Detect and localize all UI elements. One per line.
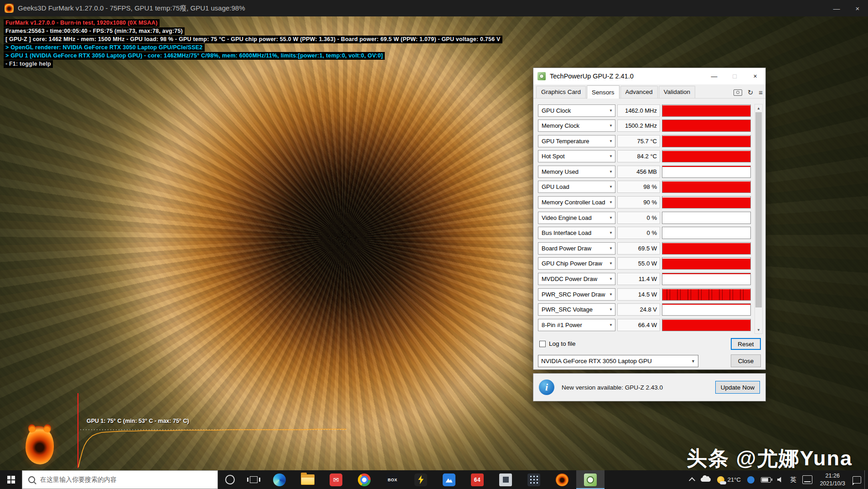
chevron-down-icon: ▼ [691,359,695,364]
update-now-button[interactable]: Update Now [715,381,760,394]
language-label: 英 [790,476,796,484]
sensor-name-dropdown[interactable]: PWR_SRC Power Draw▼ [538,288,615,301]
tab-graphics-card[interactable]: Graphics Card [536,86,586,98]
sensor-name-dropdown[interactable]: Board Power Draw▼ [538,242,615,255]
tab-advanced[interactable]: Advanced [620,86,658,98]
sensor-name-dropdown[interactable]: Video Engine Load▼ [538,212,615,224]
taskbar-app-aida64[interactable]: 64 [463,470,491,489]
sensor-row: Memory Controller Load▼90 % [538,196,751,209]
taskbar-app-box[interactable]: BOX [378,470,407,489]
onedrive-tray-button[interactable] [698,470,714,489]
sensor-name-dropdown[interactable]: GPU Clock▼ [538,104,615,117]
gpu-temp-graph-label: GPU 1: 75° C (min: 53° C - max: 75° C) [87,418,189,424]
tab-sensors[interactable]: Sensors [587,85,620,99]
log-to-file-checkbox[interactable] [539,341,546,347]
sensor-name-dropdown[interactable]: GPU Chip Power Draw▼ [538,257,615,270]
action-center-button[interactable] [849,470,864,489]
taskbar-search-box[interactable]: 在这里输入你要搜索的内容 [22,470,218,489]
scroll-down-arrow[interactable]: ▼ [755,326,762,333]
volume-tray-button[interactable] [774,470,787,489]
gpu-selector-dropdown[interactable]: NVIDIA GeForce RTX 3050 Laptop GPU ▼ [538,355,698,367]
gpuz-tab-bar: Graphics CardSensorsAdvancedValidation ↻… [533,84,765,99]
update-message: New version available: GPU-Z 2.43.0 [562,384,715,391]
notification-icon [852,476,861,484]
sensor-value: 14.5 W [617,288,660,301]
sensor-name-dropdown[interactable]: Memory Clock▼ [538,120,615,132]
calculator-icon [527,473,540,486]
gpuz-update-banner: i New version available: GPU-Z 2.43.0 Up… [533,373,766,401]
close-button[interactable]: × [847,0,868,16]
taskbar-clock[interactable]: 21:26 2021/10/3 [816,470,849,489]
taskbar-app-photos[interactable] [435,470,463,489]
scroll-up-arrow[interactable]: ▲ [755,104,762,112]
sensor-name-dropdown[interactable]: Memory Controller Load▼ [538,196,615,208]
show-desktop-button[interactable] [864,470,868,489]
chevron-down-icon: ▼ [609,246,613,250]
minimize-button[interactable]: — [704,68,724,84]
sensor-name-dropdown[interactable]: GPU Temperature▼ [538,135,615,147]
sensor-row: MVDDC Power Draw▼11.4 W [538,273,751,286]
battery-icon [761,477,771,483]
sensor-value: 456 MB [617,166,660,178]
screenshot-camera-icon[interactable] [734,89,742,96]
taskbar-app-mail[interactable] [322,470,350,489]
maximize-button[interactable]: □ [724,68,745,84]
sensor-name-dropdown[interactable]: PWR_SRC Voltage▼ [538,303,615,316]
sensor-history-graph [662,150,751,162]
sensor-name-dropdown[interactable]: MVDDC Power Draw▼ [538,273,615,285]
ime-button[interactable] [799,470,816,489]
weather-widget[interactable]: 21°C [714,470,744,489]
sensor-value: 24.8 V [617,303,660,316]
gpuz-window-title: TechPowerUp GPU-Z 2.41.0 [550,73,634,80]
osd-line: > OpenGL renderer: NVIDIA GeForce RTX 30… [4,44,205,52]
sensor-value: 11.4 W [617,273,660,285]
file-explorer-icon [301,474,315,485]
chevron-down-icon: ▼ [609,231,613,235]
tray-app-button[interactable] [744,470,758,489]
osd-line: [ GPU-Z ] core: 1462 MHz - mem: 1500 MHz… [4,36,502,43]
tray-expand-button[interactable] [687,470,698,489]
gpuz-titlebar: TechPowerUp GPU-Z 2.41.0 — □ × [533,68,765,84]
sensor-row: PWR_SRC Voltage▼24.8 V [538,303,751,316]
taskbar-app-thunder[interactable] [407,470,435,489]
sensor-name-dropdown[interactable]: Hot Spot▼ [538,150,615,162]
close-button[interactable]: × [745,68,765,84]
chrome-icon [358,473,371,486]
sensor-history-graph [662,257,751,270]
taskbar-app-furmark[interactable] [548,470,576,489]
gpuz-app-icon [537,72,546,80]
minimize-button[interactable]: — [826,0,847,16]
sensor-scrollbar[interactable]: ▲ ▼ [754,104,763,334]
osd-line: FurMark v1.27.0.0 - Burn-in test, 1920x1… [4,19,160,27]
scroll-thumb[interactable] [755,112,762,307]
sensor-name-dropdown[interactable]: GPU Load▼ [538,181,615,193]
taskbar-app-calculator[interactable] [520,470,548,489]
task-view-button[interactable] [242,470,265,489]
taskbar-app-gpu-z[interactable] [576,470,604,489]
start-button[interactable] [0,470,22,489]
menu-icon[interactable]: ≡ [759,89,763,96]
battery-tray-button[interactable] [758,470,774,489]
sensor-name-dropdown[interactable]: Memory Used▼ [538,166,615,178]
reset-button[interactable]: Reset [731,338,761,350]
taskbar-app-cpu-z[interactable] [491,470,520,489]
taskbar-app-chrome[interactable] [350,470,378,489]
system-tray: 21°C 英 21:26 2021/10/3 [687,470,868,489]
cortana-button[interactable] [218,470,242,489]
sensor-name-dropdown[interactable]: Bus Interface Load▼ [538,227,615,239]
sensor-history-graph [662,166,751,178]
sensor-row: Board Power Draw▼69.5 W [538,242,751,255]
language-indicator[interactable]: 英 [787,470,800,489]
close-window-button[interactable]: Close [731,354,761,367]
sensor-history-graph [662,104,751,117]
desktop-screen: Geeks3D FurMark v1.27.0.0 - 75FPS, GPU1 … [0,0,868,489]
taskbar-app-file-explorer[interactable] [294,470,322,489]
chevron-down-icon: ▼ [609,307,613,312]
taskbar-app-edge[interactable] [265,470,294,489]
sensor-history-graph [662,135,751,147]
sensor-name-dropdown[interactable]: 8-Pin #1 Power▼ [538,319,615,331]
sensor-history-graph [662,227,751,239]
refresh-icon[interactable]: ↻ [748,89,754,96]
sensor-value: 75.7 °C [617,135,660,147]
tab-validation[interactable]: Validation [659,86,695,98]
